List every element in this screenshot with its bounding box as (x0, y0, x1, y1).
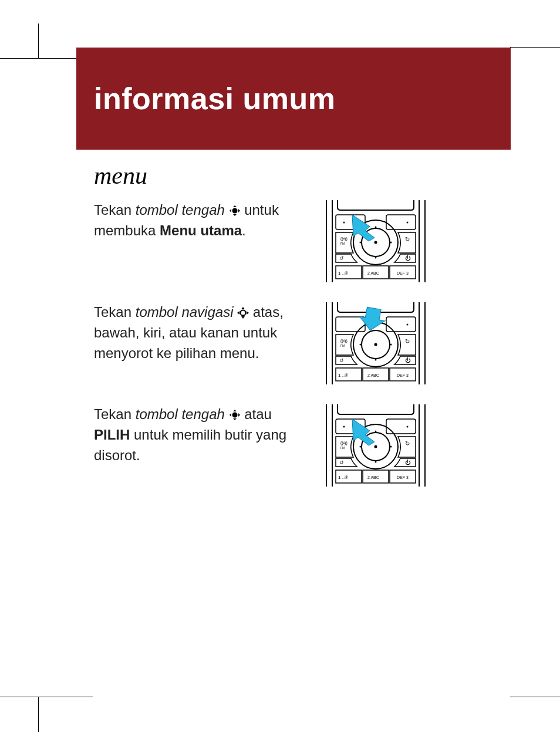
svg-text:1 ..®: 1 ..® (338, 373, 348, 378)
button-name: tombol navigasi (136, 304, 234, 320)
page-title: informasi umum (94, 81, 336, 116)
svg-point-27 (241, 310, 246, 316)
crop-mark (510, 47, 560, 48)
svg-marker-2 (233, 214, 237, 216)
svg-text:((•)): ((•)) (340, 339, 348, 343)
svg-point-38 (407, 324, 409, 326)
svg-marker-3 (230, 209, 231, 212)
svg-marker-56 (357, 306, 387, 332)
svg-point-57 (232, 413, 237, 418)
content-area: menu Tekan tombol tengah untuk membuka M… (94, 161, 493, 506)
svg-marker-29 (241, 316, 245, 319)
key-3: DEF 3 (397, 271, 409, 275)
svg-marker-88 (352, 419, 375, 445)
svg-text:FM: FM (340, 344, 345, 347)
svg-text:DEF 3: DEF 3 (397, 475, 409, 479)
svg-text:↺: ↺ (339, 357, 344, 363)
svg-text:↻: ↻ (405, 236, 410, 242)
svg-text:↻: ↻ (405, 440, 410, 447)
svg-point-11 (343, 222, 345, 224)
svg-text:DEF 3: DEF 3 (397, 373, 409, 377)
button-name: tombol tengah (136, 406, 225, 422)
svg-marker-30 (237, 311, 239, 315)
svg-point-74 (375, 461, 377, 463)
svg-point-43 (360, 344, 362, 346)
svg-marker-61 (238, 413, 240, 417)
svg-point-0 (232, 208, 237, 214)
fm-label: FM (340, 242, 345, 245)
svg-text:((•)): ((•)) (340, 441, 348, 445)
svg-point-69 (407, 426, 409, 428)
nav-key-icon (237, 304, 249, 316)
instruction-row: Tekan tombol tengah atau PILIH untuk mem… (94, 404, 493, 487)
svg-text:2 ABC: 2 ABC (367, 475, 379, 479)
svg-marker-60 (230, 413, 231, 417)
svg-rect-36 (336, 317, 365, 332)
phone-figure: ((•)) FM ↻ ↺ ⏻ 1 ..® 2 ABC DEF 3 (323, 200, 429, 282)
svg-point-68 (343, 426, 345, 428)
button-name: tombol tengah (136, 202, 225, 218)
svg-marker-26 (352, 215, 375, 241)
phone-figure: ((•))FM ↻ ↺ ⏻ 1 ..® 2 ABC DEF 3 (323, 404, 429, 487)
key-1: 1 ..® (338, 271, 348, 276)
crop-mark (0, 697, 93, 697)
svg-point-16 (375, 227, 377, 228)
svg-point-12 (407, 222, 409, 224)
key-2: 2 ABC (367, 271, 379, 275)
svg-point-73 (375, 431, 377, 433)
svg-point-76 (390, 446, 392, 448)
svg-point-72 (375, 445, 377, 448)
instruction-text: Tekan tombol tengah untuk membuka Menu u… (94, 200, 305, 282)
center-key-icon (229, 202, 241, 214)
svg-point-15 (375, 241, 377, 244)
softkey-name: PILIH (94, 427, 130, 443)
svg-marker-1 (233, 205, 237, 207)
svg-point-17 (375, 257, 377, 259)
svg-marker-58 (233, 410, 237, 411)
svg-rect-10 (386, 215, 416, 229)
svg-point-44 (390, 344, 392, 346)
svg-marker-4 (238, 209, 240, 212)
page-header: informasi umum (76, 48, 511, 150)
section-title: menu (94, 161, 493, 190)
svg-text:⏻: ⏻ (405, 357, 411, 363)
svg-text:↺: ↺ (339, 255, 344, 261)
svg-text:1 ..®: 1 ..® (338, 475, 348, 480)
fm-label: ((•)) (340, 237, 348, 241)
text: Tekan (94, 202, 136, 218)
svg-text:2 ABC: 2 ABC (367, 373, 379, 377)
text: Tekan (94, 406, 136, 422)
svg-point-42 (375, 359, 377, 361)
instruction-text: Tekan tombol navigasi atas, bawah, kiri,… (94, 302, 305, 384)
phone-figure: ((•))FM ↻ ↺ ⏻ 1 ..® 2 ABC DEF 3 (323, 302, 429, 384)
text: atau (244, 406, 272, 422)
svg-text:↻: ↻ (405, 338, 410, 345)
menu-name: Menu utama (160, 222, 242, 238)
svg-rect-37 (386, 317, 416, 332)
svg-point-75 (360, 446, 362, 448)
crop-mark (510, 697, 560, 697)
svg-point-18 (360, 242, 362, 244)
instruction-row: Tekan tombol tengah untuk membuka Menu u… (94, 200, 493, 282)
instruction-text: Tekan tombol tengah atau PILIH untuk mem… (94, 404, 305, 487)
svg-marker-28 (241, 307, 245, 309)
svg-text:↺: ↺ (339, 460, 344, 465)
svg-rect-67 (386, 419, 416, 434)
text: . (242, 222, 246, 238)
svg-marker-31 (247, 311, 249, 315)
svg-marker-59 (233, 418, 237, 420)
svg-point-41 (375, 343, 377, 346)
center-key-icon (229, 406, 241, 418)
text: Tekan (94, 304, 136, 320)
svg-point-19 (390, 242, 392, 244)
svg-text:⏻: ⏻ (405, 255, 411, 261)
instruction-row: Tekan tombol navigasi atas, bawah, kiri,… (94, 302, 493, 384)
svg-text:⏻: ⏻ (405, 460, 411, 465)
svg-text:FM: FM (340, 446, 345, 450)
